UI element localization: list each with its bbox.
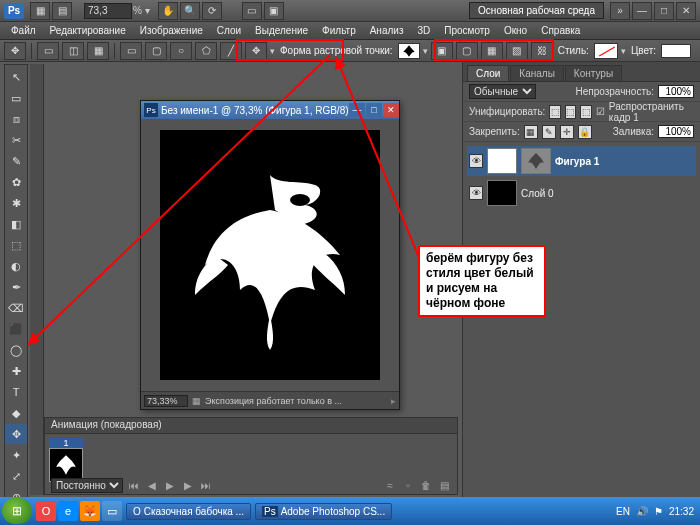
layer-name[interactable]: Фигура 1 — [555, 156, 599, 167]
tool-preset-icon[interactable]: ✥ — [4, 42, 26, 60]
anim-play-icon[interactable]: ▶ — [163, 478, 177, 492]
doc-minimize-icon[interactable]: — — [349, 103, 365, 117]
polygon-shape-icon[interactable]: ⬠ — [195, 42, 217, 60]
color-swatch[interactable] — [661, 44, 691, 58]
collapsed-panels-strip[interactable] — [30, 64, 44, 495]
tool-dodge[interactable]: ⬛ — [5, 319, 27, 339]
start-button[interactable]: ⊞ — [2, 498, 32, 524]
lock-all-icon[interactable]: 🔒 — [578, 125, 592, 139]
fill-pixels-mode-icon[interactable]: ▦ — [87, 42, 109, 60]
shape-picker-swatch[interactable] — [398, 43, 420, 59]
layer-thumb[interactable] — [487, 148, 517, 174]
task-photoshop[interactable]: PsAdobe Photoshop CS... — [255, 503, 392, 520]
doc-close-icon[interactable]: ✕ — [383, 103, 399, 117]
opacity-value[interactable]: 100% — [658, 85, 694, 98]
visibility-toggle-icon[interactable]: 👁 — [469, 154, 483, 168]
tool-history[interactable]: ⬚ — [5, 235, 27, 255]
tab-channels[interactable]: Каналы — [510, 65, 564, 81]
tab-layers[interactable]: Слои — [467, 65, 509, 81]
tool-blur[interactable]: ⌫ — [5, 298, 27, 318]
combine-intersect-icon[interactable]: ▦ — [481, 42, 503, 60]
tool-brush[interactable]: ✱ — [5, 193, 27, 213]
tool-path-select[interactable]: T — [5, 382, 27, 402]
menu-edit[interactable]: Редактирование — [45, 23, 131, 38]
menu-help[interactable]: Справка — [536, 23, 585, 38]
rectangle-shape-icon[interactable]: ▭ — [120, 42, 142, 60]
close-icon[interactable]: ✕ — [676, 2, 696, 20]
tool-3d[interactable]: ✦ — [5, 445, 27, 465]
anim-first-icon[interactable]: ⏮ — [127, 478, 141, 492]
rounded-rect-shape-icon[interactable]: ▢ — [145, 42, 167, 60]
anim-last-icon[interactable]: ⏭ — [199, 478, 213, 492]
ql-ie-icon[interactable]: e — [58, 501, 78, 521]
combine-exclude-icon[interactable]: ▨ — [506, 42, 528, 60]
tool-type[interactable]: ✚ — [5, 361, 27, 381]
line-shape-icon[interactable]: ╱ — [220, 42, 242, 60]
view-extras-icon[interactable]: ▤ — [52, 2, 72, 20]
tool-move[interactable]: ↖ — [5, 67, 27, 87]
minimize-icon[interactable]: — — [632, 2, 652, 20]
arrange-icon[interactable]: ▭ — [242, 2, 262, 20]
menu-window[interactable]: Окно — [499, 23, 532, 38]
combine-add-icon[interactable]: ▣ — [431, 42, 453, 60]
vector-mask-thumb[interactable] — [521, 148, 551, 174]
layer-name[interactable]: Слой 0 — [521, 188, 554, 199]
tool-lasso[interactable]: ⧈ — [5, 109, 27, 129]
collapse-icon[interactable]: » — [610, 2, 630, 20]
menu-filter[interactable]: Фильтр — [317, 23, 361, 38]
unify-btn-1[interactable]: ⬚ — [549, 105, 560, 119]
maximize-icon[interactable]: □ — [654, 2, 674, 20]
tool-pen[interactable]: ◯ — [5, 340, 27, 360]
blend-mode-select[interactable]: Обычные — [469, 84, 536, 99]
style-dropdown[interactable] — [594, 43, 618, 59]
anim-timeline-icon[interactable]: ▤ — [437, 478, 451, 492]
tab-paths[interactable]: Контуры — [565, 65, 622, 81]
layer-row-figure1[interactable]: 👁 Фигура 1 — [467, 146, 696, 176]
status-zoom[interactable]: 73,33% — [144, 395, 188, 407]
anim-delete-icon[interactable]: 🗑 — [419, 478, 433, 492]
workspace-switcher[interactable]: Основная рабочая среда — [469, 2, 604, 19]
lock-trans-icon[interactable]: ▦ — [524, 125, 538, 139]
ql-firefox-icon[interactable]: 🦊 — [80, 501, 100, 521]
menu-analysis[interactable]: Анализ — [365, 23, 409, 38]
path-mode-icon[interactable]: ◫ — [62, 42, 84, 60]
canvas-area[interactable] — [141, 119, 399, 391]
combine-subtract-icon[interactable]: ▢ — [456, 42, 478, 60]
anim-newframe-icon[interactable]: ▫ — [401, 478, 415, 492]
unify-btn-3[interactable]: ⬚ — [580, 105, 591, 119]
tool-heal[interactable]: ✿ — [5, 172, 27, 192]
layer-row-sloy0[interactable]: 👁 Слой 0 — [467, 178, 696, 208]
tool-eraser[interactable]: ◐ — [5, 256, 27, 276]
bridge-icon[interactable]: ▦ — [30, 2, 50, 20]
visibility-toggle-icon[interactable]: 👁 — [469, 186, 483, 200]
task-browser[interactable]: OСказочная бабочка ... — [126, 503, 251, 520]
shape-layer-mode-icon[interactable]: ▭ — [37, 42, 59, 60]
anim-tween-icon[interactable]: ≈ — [383, 478, 397, 492]
rotate-view-icon[interactable]: ⟳ — [202, 2, 222, 20]
ql-opera-icon[interactable]: O — [36, 501, 56, 521]
menu-file[interactable]: Файл — [6, 23, 41, 38]
zoom-tool-icon[interactable]: 🔍 — [180, 2, 200, 20]
system-tray[interactable]: EN 🔊 ⚑ 21:32 — [616, 506, 698, 517]
tool-stamp[interactable]: ◧ — [5, 214, 27, 234]
tray-icon[interactable]: ⚑ — [654, 506, 663, 517]
anim-next-icon[interactable]: ▶ — [181, 478, 195, 492]
tool-rectangle[interactable]: ◆ — [5, 403, 27, 423]
menu-layer[interactable]: Слои — [212, 23, 246, 38]
tool-custom-shape[interactable]: ✥ — [5, 424, 27, 444]
doc-maximize-icon[interactable]: □ — [366, 103, 382, 117]
animation-frame-1[interactable]: 1 0 сек. — [49, 438, 83, 472]
tool-eyedrop[interactable]: ✎ — [5, 151, 27, 171]
document-titlebar[interactable]: Ps Без имени-1 @ 73,3% (Фигура 1, RGB/8)… — [141, 101, 399, 119]
ql-desktop-icon[interactable]: ▭ — [102, 501, 122, 521]
canvas[interactable] — [160, 130, 380, 380]
tool-marquee[interactable]: ▭ — [5, 88, 27, 108]
anim-prev-icon[interactable]: ◀ — [145, 478, 159, 492]
custom-shape-icon[interactable]: ✥ — [245, 42, 267, 60]
menu-3d[interactable]: 3D — [412, 23, 435, 38]
link-icon[interactable]: ⛓ — [531, 42, 553, 60]
lock-pos-icon[interactable]: ✛ — [560, 125, 574, 139]
menu-select[interactable]: Выделение — [250, 23, 313, 38]
layer-thumb[interactable] — [487, 180, 517, 206]
screen-mode-icon[interactable]: ▣ — [264, 2, 284, 20]
